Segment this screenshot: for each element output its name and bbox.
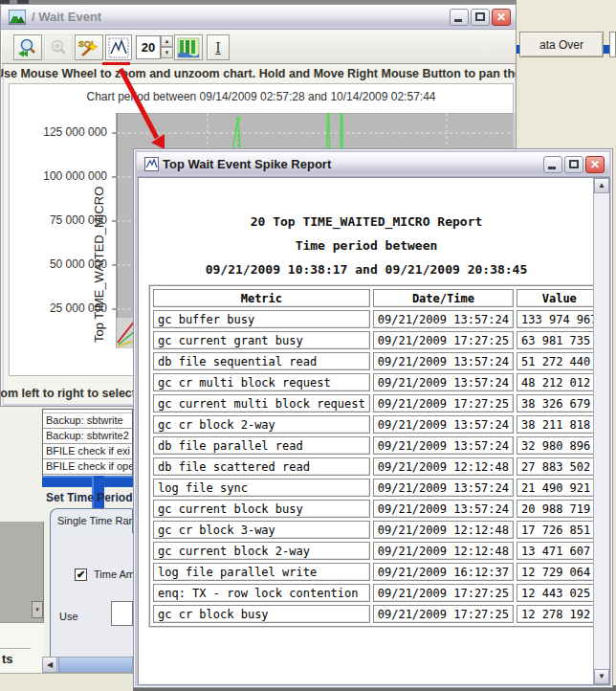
table-row: gc current block busy09/21/2009 13:57:24… — [153, 500, 603, 518]
zoom-in-button-disabled — [44, 34, 73, 60]
side-panel: ▾ — [0, 522, 44, 622]
metric-cell: db file sequential read — [153, 352, 370, 370]
clipped-reports-label: ts — [2, 652, 13, 666]
table-row: db file parallel read09/21/2009 13:57:24… — [153, 436, 603, 455]
close-button[interactable]: ✕ — [492, 9, 511, 26]
table-row: gc current block 2-way09/21/2009 12:12:4… — [153, 542, 603, 560]
metric-cell: gc cr block 3-way — [153, 521, 370, 539]
report-content: 20 Top TIME_WAITED_MICRO Report Time per… — [138, 177, 610, 685]
value-cell: 12 443 025 — [517, 584, 602, 602]
metric-cell: gc cr block busy — [153, 605, 370, 623]
datetime-cell: 09/21/2009 17:27:25 — [373, 605, 514, 623]
vertical-scrollbar[interactable]: ▲ ▼ — [593, 178, 609, 684]
maximize-button[interactable] — [564, 156, 583, 173]
list-item[interactable]: Backup: sbtwrite — [43, 413, 132, 429]
metric-cell: gc current multi block request — [153, 394, 370, 412]
chart-mountain-icon — [9, 10, 26, 25]
spinner-down-icon[interactable]: ▼ — [161, 47, 173, 58]
report-heading-1: 20 Top TIME_WAITED_MICRO Report — [139, 214, 594, 229]
mouse-hint-text: Use Mouse Wheel to zoom and unzoom chart… — [0, 67, 517, 80]
value-cell: 38 326 679 — [517, 394, 602, 412]
spike-report-window: Top Wait Event Spike Report ✕ 20 Top TIM… — [133, 148, 613, 688]
chart-toolbar: SQL 20 ▲ ▼ — [2, 30, 517, 64]
table-row: gc cr block 2-way09/21/2009 13:57:2438 2… — [153, 415, 603, 434]
scrollbar-thumb[interactable] — [58, 658, 132, 672]
value-cell: 38 211 818 — [517, 415, 602, 434]
value-cell: 63 981 735 — [517, 331, 602, 349]
table-row: enq: TX - row lock contention09/21/2009 … — [153, 584, 603, 602]
datetime-cell: 09/21/2009 13:57:24 — [373, 479, 514, 497]
y-tick-label: 50 000 000 — [27, 257, 107, 271]
background-panel-bottom-left: Backup: sbtwriteBackup: sbtwrite2BFILE c… — [0, 407, 133, 691]
close-button[interactable]: ✕ — [585, 156, 605, 173]
green-bars-icon — [177, 36, 200, 59]
column-header: Metric — [153, 289, 370, 307]
minimize-button[interactable] — [543, 156, 562, 173]
tab-single-time-range[interactable]: Single Time Rang — [50, 508, 133, 533]
interval-button[interactable]: I — [207, 34, 230, 60]
maximize-button[interactable] — [471, 9, 490, 26]
tick-marks — [112, 133, 117, 309]
screenshot-stage: ata Over Backup: sbtwriteBackup: sbtwrit… — [0, 0, 616, 691]
datetime-cell: 09/21/2009 17:27:25 — [373, 331, 514, 349]
chart-period-title: Chart period between 09/14/2009 02:57:28… — [10, 90, 513, 103]
scroll-up-icon[interactable]: ▲ — [594, 178, 609, 193]
spike-report-button[interactable] — [105, 34, 132, 60]
scroll-down-icon[interactable]: ▾ — [32, 601, 43, 618]
value-cell: 32 980 896 — [517, 436, 602, 455]
use-label: Use — [59, 611, 78, 622]
metric-cell: enq: TX - row lock contention — [153, 584, 370, 602]
scroll-down-icon[interactable]: ▼ — [594, 669, 609, 684]
report-titlebar[interactable]: Top Wait Event Spike Report ✕ — [137, 152, 609, 177]
sql-wand-icon: SQL — [77, 36, 101, 59]
top-n-spinner-value[interactable]: 20 — [136, 35, 161, 59]
sql-wizard-button[interactable]: SQL — [75, 34, 103, 60]
metric-cell: db file scattered read — [153, 457, 370, 476]
datetime-cell: 09/21/2009 12:12:48 — [373, 457, 514, 476]
metric-cell: gc cr multi block request — [153, 373, 370, 391]
minimize-button[interactable] — [450, 9, 469, 26]
datetime-cell: 09/21/2009 13:57:24 — [373, 310, 514, 328]
table-row: log file parallel write09/21/2009 16:12:… — [153, 563, 603, 581]
top-n-spinner[interactable]: ▲ ▼ — [161, 35, 173, 59]
list-item[interactable]: Backup: sbtwrite2 — [43, 429, 132, 444]
wait-event-titlebar[interactable]: / Wait Event ✕ — [1, 5, 516, 30]
metric-cell: db file parallel read — [153, 436, 370, 455]
datetime-cell: 09/21/2009 13:57:24 — [373, 436, 514, 455]
datetime-cell: 09/21/2009 17:27:25 — [373, 584, 514, 602]
column-header: Date/Time — [373, 289, 514, 307]
datetime-cell: 09/21/2009 13:57:24 — [373, 352, 514, 370]
time-amount-checkbox[interactable]: ✔ — [75, 568, 87, 581]
metric-cell: gc cr block 2-way — [153, 415, 370, 434]
y-tick-label: 25 000 000 — [27, 301, 107, 315]
bottom-left-panel: ts — [0, 622, 44, 673]
clipped-button-fragment[interactable] — [609, 32, 616, 57]
y-tick-label: 100 000 000 — [27, 169, 107, 183]
magnifier-disabled-icon — [47, 36, 70, 59]
metric-cell: gc buffer busy — [153, 310, 370, 328]
table-row: gc cr block busy09/21/2009 17:27:2512 27… — [153, 605, 603, 623]
metric-cell: log file parallel write — [153, 563, 370, 581]
zoom-reset-button[interactable] — [13, 34, 42, 60]
list-item[interactable]: BFILE check if ope — [43, 459, 132, 475]
datetime-cell: 09/21/2009 13:57:24 — [373, 373, 514, 391]
chart-style-button[interactable] — [174, 34, 203, 60]
data-over-button[interactable]: ata Over — [519, 32, 604, 57]
time-value-field[interactable] — [111, 601, 133, 626]
value-cell: 12 278 192 — [517, 605, 602, 623]
spinner-up-icon[interactable]: ▲ — [161, 35, 173, 47]
scroll-left-icon[interactable]: ◀ — [43, 658, 57, 672]
table-row: gc current multi block request09/21/2009… — [153, 394, 603, 412]
line-chart-icon — [108, 37, 129, 58]
magnifier-arrows-icon — [16, 36, 39, 59]
horizontal-scrollbar[interactable]: ◀ — [42, 657, 133, 673]
list-item[interactable]: BFILE check if exi — [43, 444, 132, 459]
table-row: log file sync09/21/2009 13:57:2421 490 9… — [153, 479, 603, 497]
table-row: gc cr block 3-way09/21/2009 12:12:4817 7… — [153, 521, 603, 539]
report-heading-3: 09/21/2009 10:38:17 and 09/21/2009 20:38… — [139, 262, 594, 277]
table-row: gc buffer busy09/21/2009 13:57:24133 974… — [153, 310, 603, 328]
value-cell: 48 212 012 — [517, 373, 602, 391]
value-cell: 21 490 921 — [517, 479, 602, 497]
annotation-underline — [102, 62, 130, 65]
wait-event-list[interactable]: Backup: sbtwriteBackup: sbtwrite2BFILE c… — [42, 409, 133, 477]
